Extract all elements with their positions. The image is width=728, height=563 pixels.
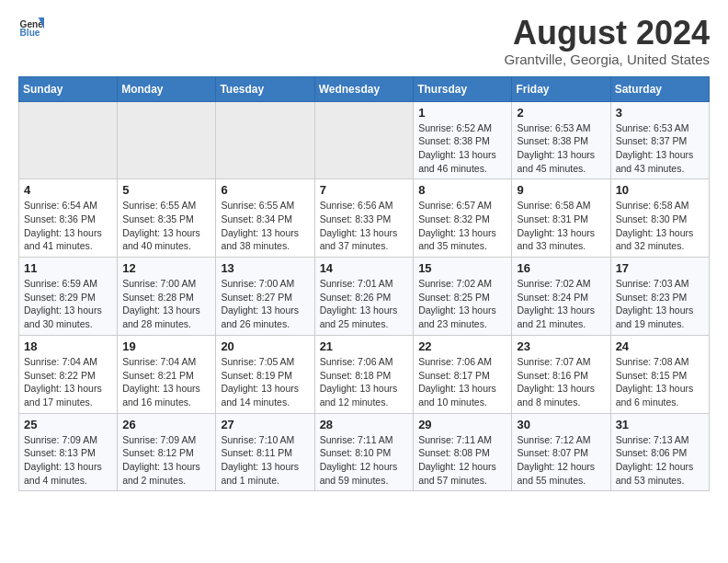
day-info: Sunrise: 6:55 AM Sunset: 8:34 PM Dayligh… — [221, 199, 309, 253]
calendar-cell: 27Sunrise: 7:10 AM Sunset: 8:11 PM Dayli… — [216, 413, 314, 491]
calendar-week-2: 4Sunrise: 6:54 AM Sunset: 8:36 PM Daylig… — [19, 179, 710, 258]
day-number: 20 — [221, 339, 309, 353]
calendar-cell: 1Sunrise: 6:52 AM Sunset: 8:38 PM Daylig… — [414, 101, 512, 179]
day-header-thursday: Thursday — [414, 76, 512, 101]
calendar-cell: 13Sunrise: 7:00 AM Sunset: 8:27 PM Dayli… — [216, 258, 314, 336]
day-info: Sunrise: 7:01 AM Sunset: 8:26 PM Dayligh… — [320, 277, 409, 331]
day-header-monday: Monday — [118, 76, 216, 101]
day-info: Sunrise: 7:06 AM Sunset: 8:17 PM Dayligh… — [418, 355, 506, 409]
calendar-week-1: 1Sunrise: 6:52 AM Sunset: 8:38 PM Daylig… — [19, 101, 710, 179]
day-number: 12 — [122, 261, 210, 275]
day-header-saturday: Saturday — [610, 76, 709, 101]
calendar-cell: 23Sunrise: 7:07 AM Sunset: 8:16 PM Dayli… — [512, 335, 610, 413]
day-number: 7 — [320, 183, 409, 197]
day-info: Sunrise: 6:55 AM Sunset: 8:35 PM Dayligh… — [122, 199, 210, 253]
page-title: August 2024 — [505, 15, 710, 52]
calendar-cell: 17Sunrise: 7:03 AM Sunset: 8:23 PM Dayli… — [610, 258, 709, 336]
day-number: 17 — [616, 261, 704, 275]
header-row: SundayMondayTuesdayWednesdayThursdayFrid… — [19, 76, 710, 101]
day-info: Sunrise: 7:07 AM Sunset: 8:16 PM Dayligh… — [517, 355, 605, 409]
day-info: Sunrise: 6:54 AM Sunset: 8:36 PM Dayligh… — [24, 199, 112, 253]
day-info: Sunrise: 7:11 AM Sunset: 8:08 PM Dayligh… — [418, 433, 506, 488]
day-header-sunday: Sunday — [19, 76, 118, 101]
day-number: 10 — [616, 183, 704, 197]
day-number: 5 — [122, 183, 210, 197]
calendar-cell: 20Sunrise: 7:05 AM Sunset: 8:19 PM Dayli… — [216, 335, 314, 413]
day-info: Sunrise: 6:53 AM Sunset: 8:37 PM Dayligh… — [616, 121, 704, 176]
calendar-cell: 26Sunrise: 7:09 AM Sunset: 8:12 PM Dayli… — [118, 413, 216, 491]
day-number: 11 — [24, 261, 112, 275]
calendar-cell: 22Sunrise: 7:06 AM Sunset: 8:17 PM Dayli… — [414, 335, 512, 413]
day-info: Sunrise: 6:58 AM Sunset: 8:31 PM Dayligh… — [517, 199, 605, 253]
day-info: Sunrise: 6:56 AM Sunset: 8:33 PM Dayligh… — [320, 199, 409, 253]
logo: General Blue — [18, 15, 44, 40]
day-info: Sunrise: 6:53 AM Sunset: 8:38 PM Dayligh… — [517, 121, 605, 176]
calendar-cell: 8Sunrise: 6:57 AM Sunset: 8:32 PM Daylig… — [414, 179, 512, 258]
day-number: 29 — [418, 418, 506, 431]
calendar-cell: 2Sunrise: 6:53 AM Sunset: 8:38 PM Daylig… — [512, 101, 610, 179]
day-info: Sunrise: 7:06 AM Sunset: 8:18 PM Dayligh… — [320, 355, 409, 409]
day-number: 31 — [616, 418, 704, 431]
calendar-cell: 4Sunrise: 6:54 AM Sunset: 8:36 PM Daylig… — [19, 179, 118, 258]
calendar-week-4: 18Sunrise: 7:04 AM Sunset: 8:22 PM Dayli… — [19, 335, 710, 413]
day-number: 2 — [517, 106, 605, 120]
page-header: General Blue August 2024 Grantville, Geo… — [18, 15, 710, 67]
logo-icon: General Blue — [18, 15, 44, 40]
calendar-body: 1Sunrise: 6:52 AM Sunset: 8:38 PM Daylig… — [19, 101, 710, 491]
calendar-cell: 24Sunrise: 7:08 AM Sunset: 8:15 PM Dayli… — [610, 335, 709, 413]
day-info: Sunrise: 7:13 AM Sunset: 8:06 PM Dayligh… — [616, 433, 704, 488]
day-number: 8 — [418, 183, 506, 197]
day-number: 1 — [418, 106, 506, 120]
day-info: Sunrise: 7:04 AM Sunset: 8:21 PM Dayligh… — [122, 355, 210, 409]
calendar-cell: 12Sunrise: 7:00 AM Sunset: 8:28 PM Dayli… — [118, 258, 216, 336]
calendar-cell: 10Sunrise: 6:58 AM Sunset: 8:30 PM Dayli… — [610, 179, 709, 258]
page-subtitle: Grantville, Georgia, United States — [505, 52, 710, 67]
title-area: August 2024 Grantville, Georgia, United … — [505, 15, 710, 67]
day-number: 9 — [517, 183, 605, 197]
day-info: Sunrise: 7:02 AM Sunset: 8:24 PM Dayligh… — [517, 277, 605, 331]
day-info: Sunrise: 6:57 AM Sunset: 8:32 PM Dayligh… — [418, 199, 506, 253]
calendar-cell — [118, 101, 216, 179]
day-number: 14 — [320, 261, 409, 275]
day-info: Sunrise: 7:11 AM Sunset: 8:10 PM Dayligh… — [320, 433, 409, 488]
day-header-tuesday: Tuesday — [216, 76, 314, 101]
day-number: 19 — [122, 339, 210, 353]
day-number: 6 — [221, 183, 309, 197]
day-info: Sunrise: 7:12 AM Sunset: 8:07 PM Dayligh… — [517, 433, 605, 488]
calendar-week-5: 25Sunrise: 7:09 AM Sunset: 8:13 PM Dayli… — [19, 413, 710, 491]
day-number: 28 — [320, 418, 409, 431]
calendar-table: SundayMondayTuesdayWednesdayThursdayFrid… — [18, 76, 710, 492]
day-info: Sunrise: 6:59 AM Sunset: 8:29 PM Dayligh… — [24, 277, 112, 331]
day-number: 13 — [221, 261, 309, 275]
day-number: 30 — [517, 418, 605, 431]
calendar-cell: 3Sunrise: 6:53 AM Sunset: 8:37 PM Daylig… — [610, 101, 709, 179]
calendar-cell: 11Sunrise: 6:59 AM Sunset: 8:29 PM Dayli… — [19, 258, 118, 336]
calendar-cell — [19, 101, 118, 179]
day-info: Sunrise: 7:08 AM Sunset: 8:15 PM Dayligh… — [616, 355, 704, 409]
day-number: 22 — [418, 339, 506, 353]
calendar-cell: 30Sunrise: 7:12 AM Sunset: 8:07 PM Dayli… — [512, 413, 610, 491]
day-number: 27 — [221, 418, 309, 431]
day-info: Sunrise: 7:09 AM Sunset: 8:13 PM Dayligh… — [24, 433, 112, 488]
calendar-cell: 19Sunrise: 7:04 AM Sunset: 8:21 PM Dayli… — [118, 335, 216, 413]
calendar-cell: 14Sunrise: 7:01 AM Sunset: 8:26 PM Dayli… — [314, 258, 414, 336]
calendar-week-3: 11Sunrise: 6:59 AM Sunset: 8:29 PM Dayli… — [19, 258, 710, 336]
calendar-cell: 29Sunrise: 7:11 AM Sunset: 8:08 PM Dayli… — [414, 413, 512, 491]
day-info: Sunrise: 7:05 AM Sunset: 8:19 PM Dayligh… — [221, 355, 309, 409]
day-number: 15 — [418, 261, 506, 275]
day-info: Sunrise: 6:52 AM Sunset: 8:38 PM Dayligh… — [418, 121, 506, 176]
calendar-cell: 18Sunrise: 7:04 AM Sunset: 8:22 PM Dayli… — [19, 335, 118, 413]
calendar-cell: 5Sunrise: 6:55 AM Sunset: 8:35 PM Daylig… — [118, 179, 216, 258]
day-number: 26 — [122, 418, 210, 431]
calendar-cell: 28Sunrise: 7:11 AM Sunset: 8:10 PM Dayli… — [314, 413, 414, 491]
day-info: Sunrise: 7:03 AM Sunset: 8:23 PM Dayligh… — [616, 277, 704, 331]
day-number: 25 — [24, 418, 112, 431]
day-number: 3 — [616, 106, 704, 120]
day-number: 21 — [320, 339, 409, 353]
calendar-cell: 9Sunrise: 6:58 AM Sunset: 8:31 PM Daylig… — [512, 179, 610, 258]
day-number: 4 — [24, 183, 112, 197]
calendar-cell: 15Sunrise: 7:02 AM Sunset: 8:25 PM Dayli… — [414, 258, 512, 336]
calendar-cell: 21Sunrise: 7:06 AM Sunset: 8:18 PM Dayli… — [314, 335, 414, 413]
svg-text:Blue: Blue — [20, 28, 40, 38]
day-info: Sunrise: 6:58 AM Sunset: 8:30 PM Dayligh… — [616, 199, 704, 253]
